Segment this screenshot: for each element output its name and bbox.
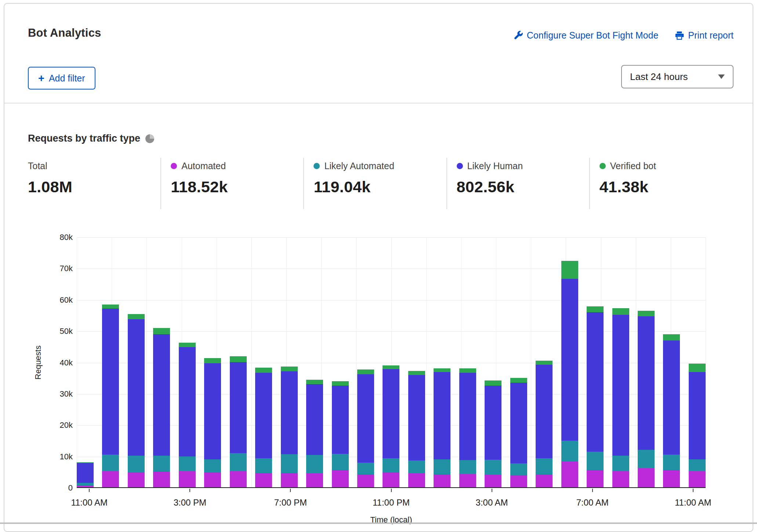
bar-segment xyxy=(281,367,298,371)
x-tickmark xyxy=(391,489,392,492)
wrench-icon xyxy=(513,30,523,40)
bar-segment xyxy=(638,316,655,450)
bar-segment xyxy=(663,340,680,455)
y-tick-label: 40k xyxy=(60,358,73,368)
bar-segment xyxy=(638,311,655,316)
stat-likely-human: Likely Human 802.56k xyxy=(446,158,589,209)
bar-column xyxy=(332,381,349,487)
bar-segment xyxy=(128,456,145,472)
section-title-row: Requests by traffic type xyxy=(28,133,154,144)
bar-segment xyxy=(332,470,349,487)
x-tick-label: 11:00 AM xyxy=(675,498,711,508)
bar-segment xyxy=(153,328,170,334)
bar-segment xyxy=(255,368,272,373)
bar-segment xyxy=(306,455,323,473)
bar-segment xyxy=(612,308,629,315)
bar-segment xyxy=(485,380,501,386)
bar-segment xyxy=(281,371,298,454)
bar-column xyxy=(459,368,476,487)
bar-segment xyxy=(459,368,476,373)
bar-segment xyxy=(510,383,527,463)
plus-icon: + xyxy=(38,73,44,84)
bar-segment xyxy=(536,361,553,365)
bottom-divider xyxy=(0,522,757,524)
bar-column xyxy=(153,328,170,487)
bar-segment xyxy=(204,459,221,472)
y-tick-label: 80k xyxy=(60,233,73,242)
bar-segment xyxy=(612,456,629,471)
bar-column xyxy=(357,369,374,487)
bar-segment xyxy=(281,473,298,487)
bar-segment xyxy=(128,472,145,487)
stat-value: 1.08M xyxy=(28,178,160,196)
bar-column xyxy=(536,361,553,487)
bar-column xyxy=(663,334,680,487)
stats-row: Total 1.08M Automated 118.52k Likely Aut… xyxy=(28,158,732,209)
bar-segment xyxy=(408,460,425,473)
bar-segment xyxy=(102,471,119,487)
bar-segment xyxy=(689,364,706,372)
bar-segment xyxy=(153,471,170,487)
bar-segment xyxy=(383,369,399,458)
bar-segment xyxy=(179,347,196,457)
bar-segment xyxy=(689,459,706,471)
configure-super-bot-fight-mode-link[interactable]: Configure Super Bot Fight Mode xyxy=(513,30,659,41)
time-range-select[interactable]: Last 24 hours xyxy=(621,65,734,88)
bar-segment xyxy=(204,358,221,363)
bar-column xyxy=(204,358,221,487)
bar-column xyxy=(612,308,629,487)
bars-layer xyxy=(77,237,706,487)
x-tickmark xyxy=(89,489,90,492)
y-tick-label: 0 xyxy=(68,483,73,493)
bar-column xyxy=(485,380,501,487)
y-axis-ticks: 80k70k60k50k40k30k20k10k0 xyxy=(28,237,73,488)
bar-segment xyxy=(587,312,604,452)
bar-segment xyxy=(459,474,476,487)
bar-segment xyxy=(102,309,119,455)
bar-segment xyxy=(128,314,145,319)
bar-column xyxy=(306,380,323,487)
stat-total: Total 1.08M xyxy=(28,158,160,209)
bar-column xyxy=(102,305,119,487)
bar-segment xyxy=(536,458,553,474)
bar-segment xyxy=(306,384,323,455)
bar-segment xyxy=(383,458,399,472)
stat-label: Likely Human xyxy=(467,161,523,171)
bar-segment xyxy=(689,372,706,459)
bar-column xyxy=(561,261,578,487)
bar-segment xyxy=(485,386,501,460)
stat-automated: Automated 118.52k xyxy=(160,158,303,209)
bar-segment xyxy=(179,343,196,347)
bar-segment xyxy=(357,369,374,374)
bar-segment xyxy=(434,474,450,487)
bar-column xyxy=(383,365,399,487)
stat-dot xyxy=(171,163,177,169)
bar-segment xyxy=(510,463,527,475)
bar-segment xyxy=(230,471,247,487)
bar-segment xyxy=(306,380,323,384)
bar-segment xyxy=(357,463,374,474)
pie-chart-icon xyxy=(145,134,154,143)
x-tick-label: 7:00 AM xyxy=(576,498,609,508)
stat-label: Likely Automated xyxy=(324,161,394,171)
print-report-link[interactable]: Print report xyxy=(674,30,734,41)
bar-column xyxy=(689,364,706,487)
bar-segment xyxy=(485,460,501,475)
section-divider xyxy=(4,103,753,103)
bar-segment xyxy=(689,471,706,487)
bar-segment xyxy=(612,315,629,456)
bar-segment xyxy=(102,305,119,308)
x-tickmark xyxy=(492,489,492,492)
bar-segment xyxy=(281,454,298,473)
stat-label: Automated xyxy=(181,161,226,171)
x-tick-label: 3:00 PM xyxy=(174,498,206,508)
add-filter-button[interactable]: + Add filter xyxy=(28,67,95,90)
stat-verified-bot: Verified bot 41.38k xyxy=(589,158,732,209)
y-tick-label: 50k xyxy=(60,327,73,336)
bar-column xyxy=(434,368,450,487)
stat-value: 41.38k xyxy=(600,178,732,196)
bar-segment xyxy=(587,452,604,470)
bar-segment xyxy=(255,458,272,473)
bar-segment xyxy=(536,365,553,458)
y-tick-label: 60k xyxy=(60,295,73,305)
